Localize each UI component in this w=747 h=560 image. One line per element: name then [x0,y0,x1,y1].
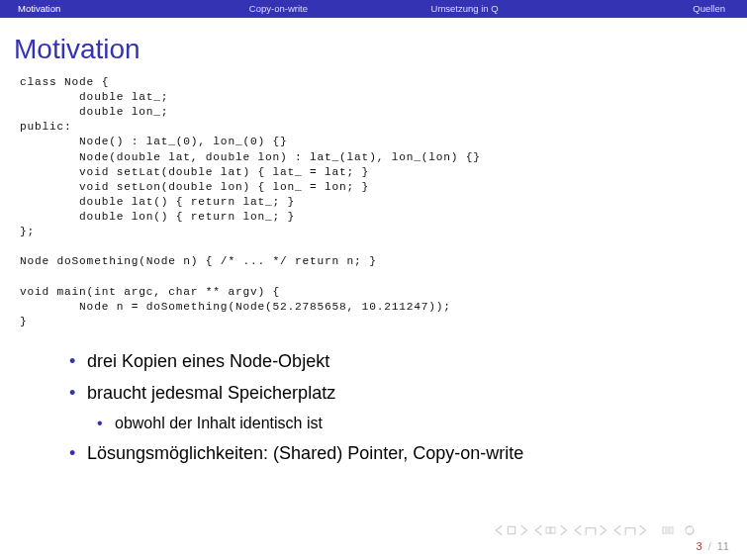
nav-tab-motivation[interactable]: Motivation [0,0,185,18]
code-listing: class Node { double lat_; double lon_; p… [0,75,747,329]
svg-rect-0 [508,526,514,533]
nav-forward-icon[interactable] [612,524,648,536]
nav-tab-umsetzung[interactable]: Umsetzung in Q [372,0,558,18]
nav-search-icon[interactable] [662,524,674,536]
nav-tab-copy-on-write[interactable]: Copy-on-write [185,0,371,18]
nav-refresh-icon[interactable] [684,524,696,536]
nav-first-icon[interactable] [494,524,529,536]
page-current: 3 [697,540,702,552]
bullet-list: drei Kopien eines Node-Objekt braucht je… [0,329,747,470]
bullet-item: Lösungsmöglichkeiten: (Shared) Pointer, … [69,437,747,469]
bullet-item: braucht jedesmal Speicherplatz [69,377,747,409]
beamer-nav-icons [494,524,696,536]
page-number: 3 / 11 [697,540,729,552]
nav-tab-quellen[interactable]: Quellen [558,0,747,18]
page-separator: / [708,540,711,552]
bullet-item: drei Kopien eines Node-Objekt [69,345,747,377]
svg-rect-3 [663,527,673,533]
bullet-subitem: obwohl der Inhalt identisch ist [97,410,747,438]
nav-prev-icon[interactable] [533,524,569,536]
nav-back-icon[interactable] [573,524,608,536]
page-total: 11 [717,540,729,552]
slide-title: Motivation [0,18,747,75]
section-navbar: Motivation Copy-on-write Umsetzung in Q … [0,0,747,18]
